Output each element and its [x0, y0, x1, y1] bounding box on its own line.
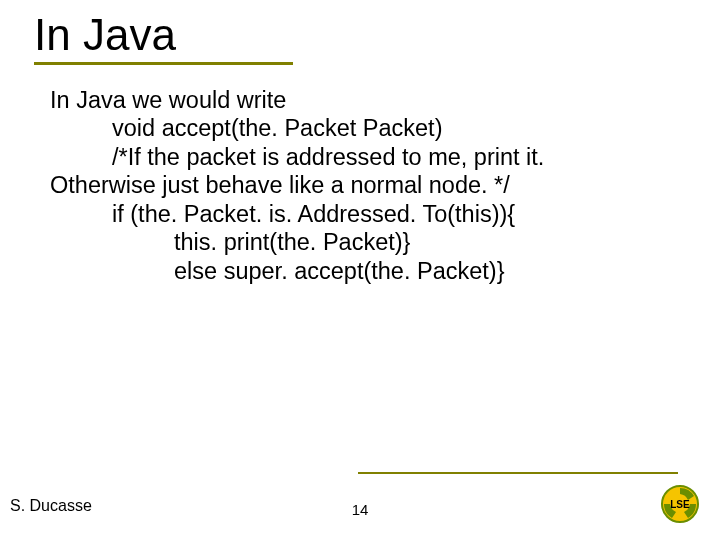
- footer-underline: [358, 472, 678, 474]
- body-intro: In Java we would write: [50, 86, 670, 114]
- code-line: Otherwise just behave like a normal node…: [50, 171, 670, 199]
- author-label: S. Ducasse: [10, 497, 92, 515]
- code-line: void accept(the. Packet Packet): [50, 114, 670, 142]
- code-line: if (the. Packet. is. Addressed. To(this)…: [50, 200, 670, 228]
- logo-text: LSE: [670, 499, 690, 510]
- slide-title: In Java: [34, 10, 293, 60]
- slide-body: In Java we would write void accept(the. …: [50, 86, 670, 285]
- code-line: /*If the packet is addressed to me, prin…: [50, 143, 670, 171]
- page-number: 14: [352, 501, 369, 518]
- code-line: this. print(the. Packet)}: [50, 228, 670, 256]
- title-block: In Java: [34, 10, 293, 65]
- lse-logo-icon: LSE: [658, 482, 702, 526]
- code-line: else super. accept(the. Packet)}: [50, 257, 670, 285]
- title-underline: [34, 62, 293, 65]
